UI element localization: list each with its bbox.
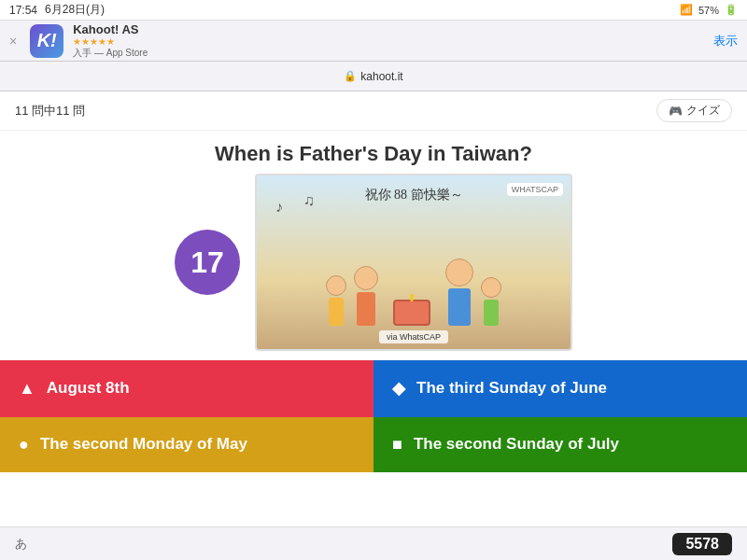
musical-note-1: ♪	[275, 199, 283, 216]
answer-text-2: The third Sunday of June	[416, 379, 607, 398]
body-2	[357, 292, 375, 326]
answer-button-1[interactable]: ▲ August 8th	[0, 360, 374, 417]
answer-button-2[interactable]: ◆ The third Sunday of June	[374, 360, 747, 417]
status-left: 17:54 6月28日(月)	[9, 2, 105, 18]
url-bar: 🔒 kahoot.it	[0, 62, 747, 91]
whatscap-badge: WHATSCAP	[507, 183, 563, 196]
quiz-icon: 🎮	[669, 105, 683, 118]
lock-icon: 🔒	[344, 70, 357, 82]
wifi-icon: 📶	[680, 4, 693, 16]
app-info: Kahoot! AS ★★★★★ 入手 — App Store	[73, 22, 704, 60]
body-1	[329, 298, 344, 326]
head-4	[481, 277, 501, 298]
app-sub-label: 入手 — App Store	[73, 47, 704, 60]
answer-icon-2: ◆	[392, 378, 405, 399]
answer-button-3[interactable]: ● The second Monday of May	[0, 417, 374, 473]
battery-icon: 🔋	[725, 4, 738, 16]
timer-number: 17	[190, 245, 224, 280]
scene-japanese-text: 祝你 88 節快樂～	[365, 187, 463, 203]
viacap-badge: via WhatsCAP	[379, 330, 448, 343]
bottom-bar: あ 5578	[0, 526, 747, 560]
head-3	[445, 259, 473, 287]
answer-text-1: August 8th	[47, 379, 130, 398]
answer-button-4[interactable]: ■ The second Sunday of July	[374, 417, 747, 473]
cartoon-scene: ♪ ♫ 祝你 88 節快樂～ WHATSCAP	[257, 175, 571, 349]
image-area: 17 ♪ ♫ 祝你 88 節快樂～ WHATSCAP	[0, 174, 747, 360]
cake	[393, 300, 430, 326]
question-count: 11 問中11 問	[15, 103, 85, 119]
head-2	[354, 266, 378, 290]
quiz-label: クイズ	[686, 103, 720, 119]
score-badge: 5578	[672, 533, 732, 555]
answer-text-4: The second Sunday of July	[414, 435, 619, 454]
app-logo-letter: K!	[37, 30, 57, 51]
body-3	[448, 288, 471, 326]
keyboard-indicator: あ	[15, 536, 27, 553]
question-section: When is Father's Day in Taiwan?	[0, 131, 747, 174]
quiz-badge: 🎮 クイズ	[656, 99, 732, 122]
status-date: 6月28日(月)	[45, 2, 105, 18]
url-text: kahoot.it	[360, 70, 402, 83]
browser-bar: × K! Kahoot! AS ★★★★★ 入手 — App Store 表示	[0, 21, 747, 62]
figure-2	[354, 266, 378, 326]
app-name: Kahoot! AS	[73, 22, 704, 36]
close-button[interactable]: ×	[9, 34, 17, 49]
cartoon-figures	[257, 259, 571, 326]
status-right: 📶 57% 🔋	[680, 4, 738, 16]
answer-icon-1: ▲	[19, 379, 35, 399]
whatscap-label: WHATSCAP	[512, 185, 558, 194]
main-content: 11 問中11 問 🎮 クイズ When is Father's Day in …	[0, 91, 747, 472]
answer-text-3: The second Monday of May	[40, 435, 247, 454]
figure-4	[481, 277, 501, 326]
figure-3	[445, 259, 473, 326]
app-icon: K!	[30, 24, 63, 58]
status-time: 17:54	[9, 4, 37, 17]
top-bar: 11 問中11 問 🎮 クイズ	[0, 91, 747, 131]
head-1	[326, 275, 346, 296]
answer-icon-4: ■	[392, 435, 402, 455]
timer-circle: 17	[175, 230, 240, 295]
view-button[interactable]: 表示	[713, 33, 738, 49]
battery-level: 57%	[698, 5, 719, 16]
question-image: ♪ ♫ 祝你 88 節快樂～ WHATSCAP	[255, 174, 572, 351]
answer-icon-3: ●	[19, 435, 29, 455]
status-bar: 17:54 6月28日(月) 📶 57% 🔋	[0, 0, 747, 21]
question-text: When is Father's Day in Taiwan?	[19, 142, 728, 166]
musical-note-2: ♫	[303, 192, 315, 209]
app-stars: ★★★★★	[73, 36, 704, 47]
body-4	[484, 300, 499, 326]
figure-1	[326, 275, 346, 326]
answers-grid: ▲ August 8th ◆ The third Sunday of June …	[0, 360, 747, 472]
